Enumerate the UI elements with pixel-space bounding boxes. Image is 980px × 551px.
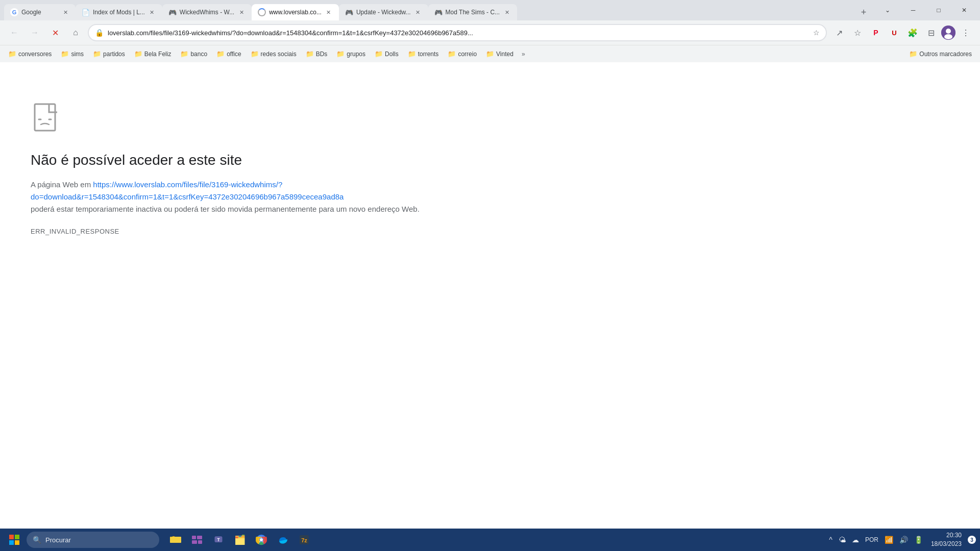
bookmark-office[interactable]: 📁 office	[212, 48, 245, 60]
tab-close-button[interactable]: ✕	[237, 8, 246, 16]
svg-rect-11	[192, 540, 197, 544]
taskbar-search[interactable]: 🔍 Procurar	[27, 532, 159, 548]
folder-icon: 📁	[336, 50, 345, 58]
bookmark-correio[interactable]: 📁 correio	[444, 48, 481, 60]
bookmark-label: Outros marcadores	[919, 51, 972, 58]
bookmark-sims[interactable]: 📁 sims	[57, 48, 88, 60]
clock-time: 20:30	[946, 531, 962, 540]
forward-button[interactable]: →	[27, 24, 43, 41]
tab-mod-the-sims[interactable]: 🎮 Mod The Sims - C... ✕	[428, 4, 517, 20]
taskbar-edge[interactable]	[273, 530, 293, 550]
title-bar: G Google ✕ 📄 Index of Mods | L... ✕ 🎮 Wi…	[0, 0, 980, 20]
profile-avatar[interactable]	[941, 26, 955, 40]
tray-weather-icon[interactable]: 🌤	[837, 534, 848, 546]
extensions-button[interactable]: 🧩	[904, 24, 921, 41]
bookmark-label: correio	[458, 51, 477, 58]
tab-close-button[interactable]: ✕	[325, 8, 333, 16]
folder-icon: 📁	[486, 50, 494, 58]
folder-icon: 📁	[134, 50, 142, 58]
tab-loverslab[interactable]: www.loverslab.co... ✕	[252, 4, 339, 20]
tab-index-mods[interactable]: 📄 Index of Mods | L... ✕	[76, 4, 162, 20]
tab-close-button[interactable]: ✕	[61, 8, 69, 16]
bookmark-label: banco	[190, 51, 207, 58]
taskbar-chrome[interactable]	[251, 530, 272, 550]
tab-close-button[interactable]: ✕	[414, 8, 422, 16]
bookmark-label: sims	[71, 51, 84, 58]
bookmark-partidos[interactable]: 📁 partidos	[89, 48, 129, 60]
home-button[interactable]: ⌂	[67, 24, 84, 41]
new-tab-button[interactable]: +	[855, 4, 872, 20]
ublock-icon[interactable]: U	[886, 24, 902, 41]
tray-wifi-icon[interactable]: 📶	[883, 534, 895, 546]
bookmark-conversores[interactable]: 📁 conversores	[4, 48, 56, 60]
bookmark-bela-feliz[interactable]: 📁 Bela Feliz	[130, 48, 176, 60]
minimize-button[interactable]: ─	[901, 2, 925, 18]
tab-favicon: 🎮	[168, 9, 177, 16]
bookmark-label: Bela Feliz	[144, 51, 172, 58]
svg-rect-6	[15, 540, 19, 545]
svg-rect-8	[172, 537, 181, 543]
tabs-overflow-button[interactable]: ⌄	[876, 2, 899, 18]
tray-onedrive-icon[interactable]: ☁	[850, 534, 861, 546]
share-button[interactable]: ↗	[831, 24, 847, 41]
error-description-prefix: A página Web em	[31, 180, 91, 189]
tab-title: www.loverslab.co...	[269, 9, 322, 16]
taskbar-task-view[interactable]	[187, 530, 207, 550]
close-button[interactable]: ✕	[952, 2, 976, 18]
taskbar-right: ^ 🌤 ☁ POR 📶 🔊 🔋 20:30 18/03/2023 3	[827, 531, 976, 548]
folder-icon: 📁	[251, 50, 259, 58]
start-button[interactable]	[4, 530, 24, 550]
tray-volume-icon[interactable]: 🔊	[897, 534, 910, 546]
tray-battery-icon[interactable]: 🔋	[912, 534, 925, 546]
omnibar: ← → ✕ ⌂ 🔒 loverslab.com/files/file/3169-…	[0, 20, 980, 45]
folder-icon: 📁	[909, 50, 917, 58]
bookmark-vinted[interactable]: 📁 Vinted	[482, 48, 518, 60]
address-bar[interactable]: 🔒 loverslab.com/files/file/3169-wickedwh…	[88, 24, 827, 41]
bookmark-redes-sociais[interactable]: 📁 redes sociais	[247, 48, 301, 60]
bookmark-bds[interactable]: 📁 BDs	[302, 48, 332, 60]
taskbar-lang[interactable]: POR	[863, 534, 880, 545]
window-controls: ⌄ ─ □ ✕	[876, 2, 976, 18]
bookmarks-more-button[interactable]: »	[519, 48, 528, 60]
taskbar-teams[interactable]: T	[208, 530, 229, 550]
back-button[interactable]: ←	[6, 24, 22, 41]
error-code: ERR_INVALID_RESPONSE	[31, 228, 949, 235]
tab-favicon: 🎮	[345, 9, 353, 16]
search-icon: 🔍	[33, 536, 41, 544]
reload-stop-button[interactable]: ✕	[47, 24, 63, 41]
notification-count[interactable]: 3	[968, 536, 976, 544]
tab-title: Google	[21, 9, 58, 16]
svg-text:7z: 7z	[301, 537, 307, 543]
split-screen-button[interactable]: ⊟	[923, 24, 939, 41]
bookmark-label: BDs	[316, 51, 328, 58]
tray-chevron-icon[interactable]: ^	[827, 534, 835, 546]
bookmark-grupos[interactable]: 📁 grupos	[332, 48, 370, 60]
tab-wickedwhims[interactable]: 🎮 WickedWhims - W... ✕	[162, 4, 252, 20]
taskbar-file-explorer[interactable]	[165, 530, 186, 550]
chrome-menu-button[interactable]: ⋮	[958, 24, 974, 41]
bookmark-torrents[interactable]: 📁 torrents	[404, 48, 443, 60]
star-bookmark-button[interactable]: ☆	[849, 24, 866, 41]
tab-google[interactable]: G Google ✕	[4, 4, 76, 20]
svg-point-18	[260, 538, 263, 541]
svg-rect-5	[9, 540, 14, 545]
tab-close-button[interactable]: ✕	[148, 8, 156, 16]
bookmark-dolls[interactable]: 📁 Dolls	[371, 48, 403, 60]
tab-title: Mod The Sims - C...	[446, 9, 500, 16]
bookmark-banco[interactable]: 📁 banco	[176, 48, 211, 60]
tab-update-wicked[interactable]: 🎮 Update - Wickedw... ✕	[339, 4, 428, 20]
tab-favicon: 📄	[82, 9, 90, 16]
omnibar-actions: ↗ ☆ P U 🧩 ⊟ ⋮	[831, 24, 974, 41]
folder-icon: 📁	[180, 50, 188, 58]
bookmark-outros-marcadores[interactable]: 📁 Outros marcadores	[905, 48, 976, 60]
pinterest-icon[interactable]: P	[868, 24, 884, 41]
taskbar-clock[interactable]: 20:30 18/03/2023	[929, 531, 964, 548]
maximize-button[interactable]: □	[927, 2, 950, 18]
taskbar-briefcase[interactable]: 🗂️	[230, 530, 250, 550]
favicon-google: G	[10, 8, 18, 16]
tab-close-button[interactable]: ✕	[503, 8, 511, 16]
taskbar-7zip[interactable]: 7z	[294, 530, 314, 550]
error-icon	[31, 103, 63, 136]
bookmark-star-icon[interactable]: ☆	[813, 29, 820, 37]
svg-rect-3	[9, 535, 14, 539]
